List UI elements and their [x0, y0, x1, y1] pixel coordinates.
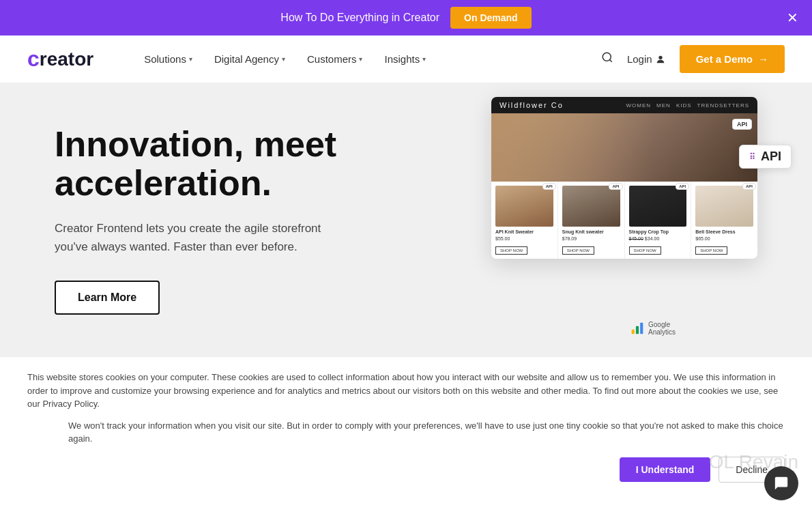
digital-agency-chevron-down-icon: ▾: [282, 55, 285, 63]
banner-close-button[interactable]: ✕: [787, 11, 798, 25]
storefront-hero-image: API: [491, 113, 757, 182]
api-dots-icon: ⠿: [749, 152, 757, 162]
api-label: API: [761, 149, 781, 164]
api-badge-product-1: API: [542, 183, 556, 190]
product-name-1: API Knit Sweater: [495, 229, 553, 235]
hero-title: Innovation, meet acceleration.: [55, 125, 355, 203]
product-image-3: API: [629, 186, 687, 227]
nav-item-customers[interactable]: Customers ▾: [298, 48, 373, 70]
product-image-4: API: [695, 186, 753, 227]
hero-section: Innovation, meet acceleration. Creator F…: [0, 83, 812, 356]
product-price-3: $45.00 $34.00: [629, 236, 687, 241]
storefront-nav-women: WOMEN: [626, 102, 652, 109]
shop-now-button-4[interactable]: SHOP NOW: [695, 246, 727, 255]
svg-line-1: [609, 59, 611, 61]
hero-description: Creator Frontend lets you create the agi…: [55, 219, 355, 256]
google-analytics-label: GoogleAnalytics: [648, 321, 676, 336]
product-name-2: Snug Knit sweater: [562, 229, 620, 235]
nav-item-insights[interactable]: Insights ▾: [375, 48, 435, 70]
get-demo-button[interactable]: Get a Demo →: [680, 45, 785, 73]
storefront-nav-trendsetters: TRENDSETTERS: [697, 102, 749, 109]
product-name-4: Bell Sleeve Dress: [695, 229, 753, 235]
nav-customers-label: Customers: [307, 53, 357, 65]
api-badge-product-4: API: [742, 183, 756, 190]
svg-point-2: [658, 55, 662, 59]
product-price-2: $78.09: [562, 236, 620, 241]
product-image-1: API: [495, 186, 553, 227]
header: creator Solutions ▾ Digital Agency ▾ Cus…: [0, 35, 812, 83]
product-price-4: $65.00: [695, 236, 753, 241]
product-price-1: $55.00: [495, 236, 553, 241]
nav-solutions-label: Solutions: [144, 53, 186, 65]
product-card-4: API Bell Sleeve Dress $65.00 SHOP NOW: [691, 182, 757, 259]
shop-now-button-3[interactable]: SHOP NOW: [629, 246, 661, 255]
nav-digital-agency-label: Digital Agency: [214, 53, 279, 65]
nav-item-digital-agency[interactable]: Digital Agency ▾: [205, 48, 295, 70]
logo[interactable]: creator: [27, 46, 93, 72]
shop-now-button-1[interactable]: SHOP NOW: [495, 246, 527, 255]
api-badge-product-2: API: [609, 183, 622, 190]
product-card-2: API Snug Knit sweater $78.09 SHOP NOW: [558, 182, 624, 259]
product-image-2: API: [562, 186, 620, 227]
svg-rect-4: [636, 326, 639, 334]
search-button[interactable]: [601, 51, 613, 67]
api-float-badge: ⠿ API: [739, 145, 792, 169]
api-badge-product-3: API: [676, 183, 689, 190]
cookie-banner: This website stores cookies on your comp…: [0, 356, 812, 496]
get-demo-arrow-icon: →: [758, 53, 768, 65]
storefront-nav: WOMEN MEN KIDS TRENDSETTERS: [626, 102, 749, 109]
storefront-header: Wildflower Co WOMEN MEN KIDS TRENDSETTER…: [491, 97, 757, 113]
product-card-1: API API Knit Sweater $55.00 SHOP NOW: [491, 182, 557, 259]
cookie-main-text: This website stores cookies on your comp…: [27, 371, 785, 411]
insights-chevron-down-icon: ▾: [422, 55, 426, 63]
top-banner: How To Do Everything in Creator On Deman…: [0, 0, 812, 35]
storefront-products-grid: API API Knit Sweater $55.00 SHOP NOW API…: [491, 182, 757, 259]
banner-text: How To Do Everything in Creator: [280, 12, 439, 24]
cookie-actions: I Understand Decline: [27, 457, 785, 483]
api-badge-hero: API: [732, 119, 752, 130]
login-label: Login: [627, 53, 652, 65]
learn-more-button[interactable]: Learn More: [55, 281, 160, 315]
banner-cta-button[interactable]: On Demand: [450, 7, 532, 29]
i-understand-button[interactable]: I Understand: [620, 457, 711, 482]
logo-wordmark: reator: [40, 48, 93, 70]
integration-logos: GoogleAnalytics: [630, 321, 676, 336]
product-name-3: Strappy Crop Top: [629, 229, 687, 235]
svg-rect-3: [632, 330, 635, 334]
get-demo-label: Get a Demo: [696, 53, 753, 65]
google-analytics-logo: GoogleAnalytics: [630, 321, 676, 336]
main-nav: Solutions ▾ Digital Agency ▾ Customers ▾…: [134, 48, 601, 70]
svg-point-0: [603, 53, 611, 61]
nav-actions: Login Get a Demo →: [601, 45, 785, 73]
cookie-secondary-text: We won't track your information when you…: [27, 419, 785, 446]
login-button[interactable]: Login: [627, 53, 666, 65]
shop-now-button-2[interactable]: SHOP NOW: [562, 246, 594, 255]
chat-widget-button[interactable]: [764, 466, 798, 496]
hero-content: Innovation, meet acceleration. Creator F…: [55, 125, 355, 315]
logo-c: c: [27, 46, 40, 72]
storefront-brand: Wildflower Co: [499, 101, 564, 109]
solutions-chevron-down-icon: ▾: [189, 55, 192, 63]
storefront-nav-kids: KIDS: [676, 102, 692, 109]
nav-insights-label: Insights: [384, 53, 420, 65]
storefront-nav-men: MEN: [656, 102, 671, 109]
hero-visual: Wildflower Co WOMEN MEN KIDS TRENDSETTER…: [491, 97, 785, 259]
storefront-mockup: Wildflower Co WOMEN MEN KIDS TRENDSETTER…: [491, 97, 757, 259]
product-card-3: API Strappy Crop Top $45.00 $34.00 SHOP …: [625, 182, 691, 259]
customers-chevron-down-icon: ▾: [359, 55, 362, 63]
svg-rect-5: [640, 323, 643, 334]
nav-item-solutions[interactable]: Solutions ▾: [134, 48, 202, 70]
